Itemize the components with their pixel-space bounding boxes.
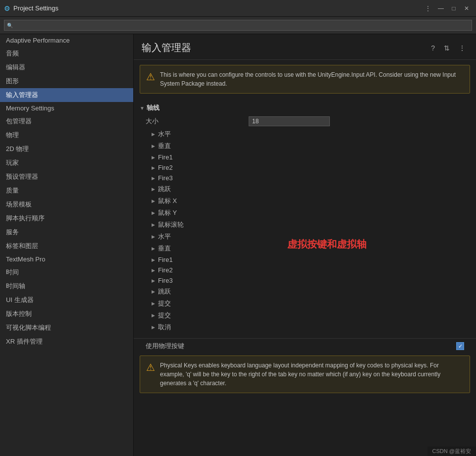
close-button[interactable]: ✕ bbox=[461, 3, 472, 14]
size-input[interactable] bbox=[249, 116, 330, 126]
tree-item-arrow-12: ▶ bbox=[152, 268, 155, 273]
tree-item-13[interactable]: ▶Fire3 bbox=[134, 275, 476, 286]
sidebar-item-textmesh[interactable]: TextMesh Pro bbox=[0, 253, 133, 265]
sidebar-item-uibuilder[interactable]: UI 生成器 bbox=[0, 293, 133, 307]
top-warning-text: This is where you can configure the cont… bbox=[160, 70, 464, 88]
sidebar-item-quality[interactable]: 质量 bbox=[0, 184, 133, 198]
sidebar-item-timeline[interactable]: 时间轴 bbox=[0, 279, 133, 293]
tree-item-label-2: Fire1 bbox=[158, 153, 173, 161]
tree-item-label-11: Fire1 bbox=[158, 256, 173, 263]
help-icon-button[interactable]: ? bbox=[428, 43, 437, 53]
tree-items-container: ▶水平▶垂直▶Fire1▶Fire2▶Fire3▶跳跃▶鼠标 X▶鼠标 Y▶鼠标… bbox=[134, 128, 476, 333]
sidebar-item-scene[interactable]: 场景模板 bbox=[0, 198, 133, 211]
bottom-warning-icon: ⚠ bbox=[146, 361, 155, 373]
tree-item-15[interactable]: ▶提交 bbox=[134, 298, 476, 309]
header-actions: ? ⇅ ⋮ bbox=[428, 43, 468, 53]
tree-item-1[interactable]: ▶垂直 bbox=[134, 140, 476, 152]
axes-section-header[interactable]: ▼ 轴线 bbox=[134, 101, 476, 114]
tree-item-3[interactable]: ▶Fire2 bbox=[134, 162, 476, 173]
tree-item-arrow-5: ▶ bbox=[152, 187, 155, 192]
sidebar-item-xr[interactable]: XR 插件管理 bbox=[0, 335, 133, 349]
sidebar-item-physics2d[interactable]: 2D 物理 bbox=[0, 142, 133, 156]
content-title: 输入管理器 bbox=[142, 41, 191, 54]
tree-item-17[interactable]: ▶取消 bbox=[134, 321, 476, 333]
tree-item-12[interactable]: ▶Fire2 bbox=[134, 265, 476, 275]
tree-item-label-13: Fire3 bbox=[158, 277, 173, 284]
tree-item-0[interactable]: ▶水平 bbox=[134, 128, 476, 140]
sidebar-item-package[interactable]: 包管理器 bbox=[0, 114, 133, 128]
menu-button[interactable]: ⋮ bbox=[423, 3, 433, 14]
sidebar-item-visualscript[interactable]: 可视化脚本编程 bbox=[0, 321, 133, 335]
tree-item-9[interactable]: ▶水平 bbox=[134, 231, 476, 243]
tree-item-label-0: 水平 bbox=[158, 130, 171, 139]
tree-item-11[interactable]: ▶Fire1 bbox=[134, 254, 476, 265]
size-field-row: 大小 bbox=[134, 114, 476, 128]
sidebar-item-memory[interactable]: Memory Settings bbox=[0, 102, 133, 114]
title-bar: ⚙ Project Settings ⋮ — □ ✕ bbox=[0, 0, 476, 17]
bottom-warning-text: Physical Keys enables keyboard language … bbox=[160, 361, 464, 388]
sidebar-item-scriptorder[interactable]: 脚本执行顺序 bbox=[0, 211, 133, 225]
tree-item-label-8: 鼠标滚轮 bbox=[158, 220, 184, 229]
search-bar bbox=[0, 17, 476, 34]
sidebar-item-tags[interactable]: 标签和图层 bbox=[0, 239, 133, 253]
sidebar-item-physics[interactable]: 物理 bbox=[0, 128, 133, 142]
tree-item-8[interactable]: ▶鼠标滚轮 bbox=[134, 219, 476, 231]
tree-item-label-12: Fire2 bbox=[158, 266, 173, 274]
minimize-button[interactable]: — bbox=[435, 3, 446, 14]
sidebar-item-audio[interactable]: 音频 bbox=[0, 47, 133, 60]
content-header: 输入管理器 ? ⇅ ⋮ bbox=[134, 34, 476, 60]
sidebar-item-time[interactable]: 时间 bbox=[0, 265, 133, 279]
tree-item-arrow-6: ▶ bbox=[152, 199, 155, 203]
sidebar-item-services[interactable]: 服务 bbox=[0, 225, 133, 239]
sidebar: Adaptive Performance音频编辑器图形输入管理器Memory S… bbox=[0, 34, 134, 456]
sidebar-item-version[interactable]: 版本控制 bbox=[0, 307, 133, 321]
window-title: Project Settings bbox=[13, 4, 58, 12]
status-text: CSDN @蓝裕安 bbox=[432, 448, 471, 454]
tree-item-16[interactable]: ▶提交 bbox=[134, 309, 476, 321]
tree-item-arrow-10: ▶ bbox=[152, 246, 155, 251]
tree-item-arrow-1: ▶ bbox=[152, 144, 155, 149]
physical-keys-checkbox[interactable]: ✓ bbox=[456, 342, 464, 350]
tree-item-label-5: 跳跃 bbox=[158, 185, 171, 194]
tree-item-14[interactable]: ▶跳跃 bbox=[134, 286, 476, 298]
content-area: 输入管理器 ? ⇅ ⋮ ⚠ This is where you can conf… bbox=[134, 34, 476, 456]
sidebar-item-editor[interactable]: 编辑器 bbox=[0, 60, 133, 74]
tree-item-label-7: 鼠标 Y bbox=[158, 208, 177, 217]
top-warning-banner: ⚠ This is where you can configure the co… bbox=[140, 65, 470, 94]
sidebar-item-input[interactable]: 输入管理器 bbox=[0, 88, 133, 102]
tree-item-4[interactable]: ▶Fire3 bbox=[134, 173, 476, 183]
search-input[interactable] bbox=[4, 20, 472, 31]
tree-item-5[interactable]: ▶跳跃 bbox=[134, 183, 476, 195]
tree-item-arrow-2: ▶ bbox=[152, 155, 155, 160]
sidebar-item-player[interactable]: 玩家 bbox=[0, 156, 133, 170]
tree-item-label-15: 提交 bbox=[158, 299, 171, 308]
tree-item-arrow-15: ▶ bbox=[152, 301, 155, 306]
more-icon-button[interactable]: ⋮ bbox=[456, 43, 468, 53]
maximize-button[interactable]: □ bbox=[448, 3, 459, 14]
sidebar-item-graphics[interactable]: 图形 bbox=[0, 74, 133, 88]
tree-item-10[interactable]: ▶垂直 bbox=[134, 243, 476, 254]
tree-item-label-17: 取消 bbox=[158, 323, 171, 332]
settings-icon-button[interactable]: ⇅ bbox=[441, 43, 452, 53]
tree-item-7[interactable]: ▶鼠标 Y bbox=[134, 207, 476, 219]
tree-item-arrow-4: ▶ bbox=[152, 176, 155, 181]
window-controls: ⋮ — □ ✕ bbox=[423, 3, 472, 14]
tree-item-arrow-16: ▶ bbox=[152, 313, 155, 318]
axes-section: ▼ 轴线 大小 ▶水平▶垂直▶Fire1▶Fire2▶Fire3▶跳跃▶鼠标 X… bbox=[134, 99, 476, 336]
tree-item-arrow-14: ▶ bbox=[152, 289, 155, 294]
sidebar-item-preset[interactable]: 预设管理器 bbox=[0, 170, 133, 184]
tree-item-arrow-0: ▶ bbox=[152, 132, 155, 137]
tree-item-arrow-11: ▶ bbox=[152, 257, 155, 262]
title-bar-left: ⚙ Project Settings bbox=[4, 4, 58, 12]
status-bar: CSDN @蓝裕安 bbox=[427, 447, 476, 456]
tree-item-label-16: 提交 bbox=[158, 311, 171, 320]
tree-item-arrow-3: ▶ bbox=[152, 165, 155, 170]
tree-item-2[interactable]: ▶Fire1 bbox=[134, 152, 476, 162]
physical-keys-label: 使用物理按键 bbox=[146, 342, 456, 351]
size-label: 大小 bbox=[146, 117, 245, 126]
tree-item-label-3: Fire2 bbox=[158, 164, 173, 171]
tree-item-label-14: 跳跃 bbox=[158, 287, 171, 296]
sidebar-item-adaptive[interactable]: Adaptive Performance bbox=[0, 34, 133, 47]
tree-item-6[interactable]: ▶鼠标 X bbox=[134, 195, 476, 207]
tree-item-arrow-17: ▶ bbox=[152, 325, 155, 330]
